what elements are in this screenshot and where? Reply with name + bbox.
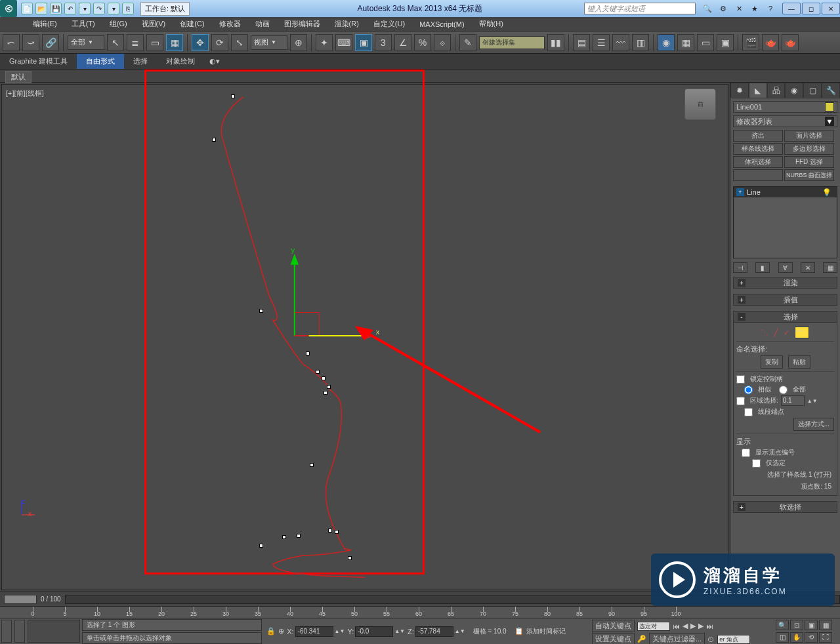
menu-customize[interactable]: 自定义(U)	[367, 17, 411, 31]
lock-icon[interactable]: 🔒	[266, 627, 276, 635]
spline-vertex[interactable]	[328, 529, 332, 533]
x-coord[interactable]: -60.341	[295, 626, 333, 637]
remove-mod-icon[interactable]: ✕	[801, 262, 815, 273]
window-crossing-icon[interactable]: ▦	[166, 34, 183, 51]
preset-empty[interactable]	[733, 169, 783, 181]
zoom-icon[interactable]: 🔍	[776, 620, 789, 630]
preset-splinesel[interactable]: 样条线选择	[733, 143, 783, 155]
spline-vertex[interactable]	[322, 376, 326, 380]
rollout-interp[interactable]: +插值	[733, 294, 837, 306]
lock2-icon[interactable]: ⊕	[278, 627, 284, 635]
undo-icon[interactable]: ↶	[64, 3, 76, 14]
selkey-input[interactable]: 选定对	[637, 622, 670, 631]
ribbon-tab-freeform[interactable]: 自由形式	[77, 54, 124, 69]
object-name-field[interactable]: Line001	[733, 101, 837, 113]
spline-vertex[interactable]	[335, 530, 339, 534]
open-icon[interactable]: 📂	[35, 3, 47, 14]
new-icon[interactable]: 📄	[21, 3, 33, 14]
pin-stack-icon[interactable]: ⊣	[733, 262, 747, 273]
editselset-icon[interactable]: ✎	[459, 34, 476, 51]
track-mini[interactable]	[28, 620, 80, 643]
timetag-icon[interactable]: 📋	[514, 627, 524, 635]
redo-icon[interactable]: ↷	[93, 3, 105, 14]
mirror-icon[interactable]: ▮▮	[547, 34, 564, 51]
next-frame-icon[interactable]: ▶	[698, 622, 704, 630]
render-prod-icon[interactable]: ▣	[717, 34, 734, 51]
paste-button[interactable]: 粘贴	[788, 355, 810, 369]
selection-filter[interactable]: 全部▼	[68, 35, 104, 50]
all-radio[interactable]	[779, 386, 788, 394]
rollout-soft[interactable]: +软选择	[733, 501, 837, 513]
next-key-icon[interactable]: ⏭	[706, 622, 713, 630]
preset-volsel[interactable]: 体积选择	[733, 156, 783, 168]
exchange-icon[interactable]: ✕	[734, 3, 744, 14]
preset-patchsel[interactable]: 面片选择	[784, 130, 834, 142]
pivot-icon[interactable]: ⊕	[290, 34, 307, 51]
area-value-spinner[interactable]: 0.1	[781, 395, 805, 406]
menu-views[interactable]: 视图(V)	[135, 17, 173, 31]
subscription-icon[interactable]: ⚙	[718, 3, 728, 14]
viewport-label[interactable]: [+][前][线框]	[6, 89, 44, 98]
spline-vertex[interactable]	[282, 535, 286, 539]
keymode-btn[interactable]	[14, 620, 25, 643]
motion-tab-icon[interactable]: ◉	[785, 83, 803, 98]
material-editor-icon[interactable]: ◉	[658, 34, 675, 51]
refcoord-combo[interactable]: 视图▼	[251, 35, 287, 50]
align-icon[interactable]: ▤	[573, 34, 590, 51]
close-button[interactable]: ✕	[822, 3, 840, 14]
workspace-selector[interactable]: 工作台: 默认	[140, 2, 190, 16]
zoom-ext-icon[interactable]: ▣	[805, 620, 818, 630]
undo-icon[interactable]: ⤺	[3, 34, 20, 51]
ribbon-expand-icon[interactable]: ◐▾	[204, 54, 225, 68]
segment-subobj-icon[interactable]: ╱	[774, 329, 778, 337]
menu-grapheditors[interactable]: 图形编辑器	[278, 17, 327, 31]
menu-animation[interactable]: 动画	[249, 17, 276, 31]
search-icon[interactable]: 🔍	[702, 3, 713, 14]
spline-subobj-active[interactable]: 〰	[795, 327, 809, 338]
segend-check[interactable]	[744, 408, 753, 416]
redo-drop-icon[interactable]: ▾	[108, 3, 119, 14]
spinner-snap-icon[interactable]: ⟐	[434, 34, 451, 51]
display-tab-icon[interactable]: ▢	[803, 83, 822, 98]
spline-vertex[interactable]	[306, 352, 310, 355]
show-vertnum-check[interactable]	[742, 449, 750, 457]
z-coord[interactable]: -57.784	[415, 626, 453, 637]
spline-vertex[interactable]	[231, 94, 235, 98]
spline-vertex[interactable]	[297, 534, 301, 538]
select-icon[interactable]: ↖	[107, 34, 124, 51]
time-slider-thumb[interactable]	[4, 595, 37, 604]
app-logo[interactable]: ⧀	[0, 0, 17, 17]
menu-help[interactable]: 帮助(H)	[472, 17, 510, 31]
select-region-icon[interactable]: ▭	[146, 34, 163, 51]
rollout-render[interactable]: +渲染	[733, 277, 837, 289]
similar-radio[interactable]	[744, 386, 753, 394]
only-sel-check[interactable]	[752, 459, 761, 468]
spline-vertex[interactable]	[212, 138, 216, 142]
percent-snap-icon[interactable]: %	[414, 34, 431, 51]
minimize-button[interactable]: —	[782, 3, 801, 14]
spline-vertex[interactable]	[324, 391, 327, 395]
spline-vertex[interactable]	[259, 309, 263, 313]
viewport[interactable]: [+][前][线框] 前 y x	[1, 84, 728, 590]
snap-3d-icon[interactable]: 3	[375, 34, 392, 51]
link-icon[interactable]: 🔗	[42, 34, 59, 51]
preset-polysel[interactable]: 多边形选择	[784, 143, 834, 155]
named-selection-input[interactable]: 创建选择集	[479, 36, 545, 49]
preset-extrude[interactable]: 挤出	[733, 130, 783, 142]
show-result-icon[interactable]: ▮	[755, 262, 770, 273]
ribbon-tab-paint[interactable]: 对象绘制	[157, 54, 204, 69]
preset-nurbs[interactable]: NURBS 曲面选择	[784, 169, 834, 181]
fov-icon[interactable]: ◫	[776, 632, 789, 643]
keyboard-shortcut-icon[interactable]: ⌨	[335, 34, 352, 51]
hierarchy-tab-icon[interactable]: 品	[767, 83, 786, 98]
spline-subobj-icon[interactable]: ✓	[784, 329, 789, 337]
menu-tools[interactable]: 工具(T)	[65, 17, 102, 31]
save-icon[interactable]: 💾	[50, 3, 62, 14]
copy-button[interactable]: 复制	[761, 355, 783, 369]
spline-vertex[interactable]	[259, 544, 263, 548]
configure-icon[interactable]: ▦	[823, 262, 837, 273]
rotate-icon[interactable]: ⟳	[211, 34, 228, 51]
key-icon[interactable]: 🔑	[637, 635, 646, 643]
ribbon-default-btn[interactable]: 默认	[5, 71, 32, 83]
bulb-icon[interactable]: 💡	[822, 188, 831, 197]
